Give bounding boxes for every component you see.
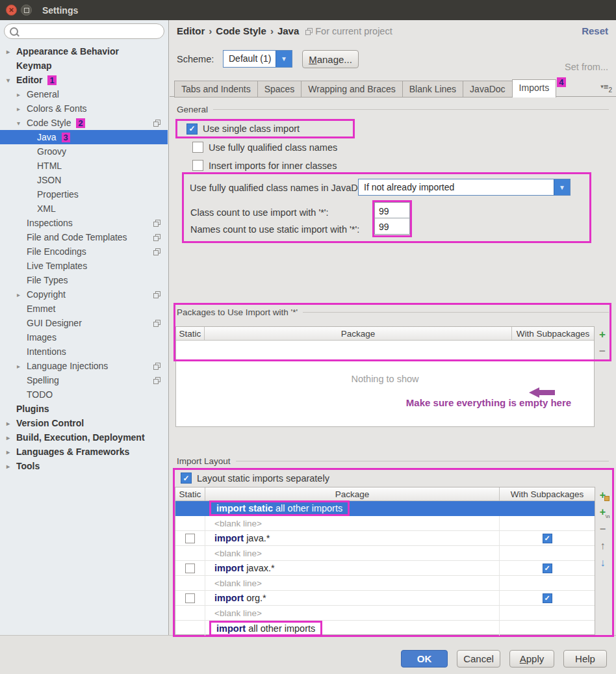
sidebar-item-spelling[interactable]: Spelling bbox=[0, 373, 168, 387]
column-with-subpackages[interactable]: With Subpackages bbox=[500, 487, 595, 500]
sidebar-item-editor[interactable]: ▾Editor1 bbox=[0, 73, 168, 87]
column-static[interactable]: Static bbox=[175, 487, 205, 500]
import-layout-row[interactable]: import static all other imports bbox=[175, 501, 595, 516]
sidebar-item-tools[interactable]: ▸Tools bbox=[0, 459, 168, 473]
chevron-down-icon[interactable]: ▾ bbox=[17, 120, 27, 127]
tab-javadoc[interactable]: JavaDoc bbox=[463, 81, 511, 97]
sidebar-item-general[interactable]: ▸General bbox=[0, 87, 168, 101]
use-single-class-import-row[interactable]: Use single class import bbox=[175, 119, 355, 138]
insert-imports-inner-checkbox[interactable] bbox=[192, 160, 203, 171]
layout-static-separately-checkbox[interactable] bbox=[181, 473, 192, 484]
breadcrumb-item-code-style[interactable]: Code Style bbox=[216, 25, 266, 36]
remove-icon[interactable]: − bbox=[596, 521, 610, 537]
sidebar-item-json[interactable]: JSON bbox=[0, 173, 168, 187]
chevron-down-icon[interactable]: ▾ bbox=[6, 77, 16, 84]
tab-blank-lines[interactable]: Blank Lines bbox=[402, 81, 463, 97]
chevron-right-icon[interactable]: ▸ bbox=[6, 420, 16, 427]
reset-link[interactable]: Reset bbox=[582, 25, 608, 36]
sidebar-item-copyright[interactable]: ▸Copyright bbox=[0, 287, 168, 302]
sidebar-item-java[interactable]: Java3 bbox=[0, 130, 168, 144]
insert-imports-inner-row[interactable]: Insert imports for inner classes bbox=[192, 160, 337, 171]
static-checkbox[interactable] bbox=[185, 593, 195, 603]
chevron-down-icon[interactable]: ▼ bbox=[554, 179, 570, 195]
with-subpackages-checkbox[interactable] bbox=[543, 564, 552, 573]
tab-tabs-and-indents[interactable]: Tabs and Indents bbox=[174, 81, 257, 97]
sidebar-item-code-style[interactable]: ▾Code Style2 bbox=[0, 116, 168, 130]
column-static[interactable]: Static bbox=[176, 327, 205, 340]
sidebar-item-html[interactable]: HTML bbox=[0, 159, 168, 173]
import-layout-row-blank[interactable]: <blank line> bbox=[175, 576, 595, 591]
sidebar-item-inspections[interactable]: Inspections bbox=[0, 216, 168, 230]
use-single-class-import-checkbox[interactable] bbox=[186, 123, 198, 135]
sidebar-item-version-control[interactable]: ▸Version Control bbox=[0, 416, 168, 430]
use-fully-qualified-row[interactable]: Use fully qualified class names bbox=[192, 142, 337, 153]
names-count-field[interactable] bbox=[374, 218, 410, 235]
column-with-subpackages[interactable]: With Subpackages bbox=[512, 327, 594, 340]
breadcrumb-item-java[interactable]: Java bbox=[277, 25, 299, 36]
sidebar-item-groovy[interactable]: Groovy bbox=[0, 144, 168, 159]
import-layout-row-blank[interactable]: <blank line> bbox=[175, 606, 595, 621]
sidebar-item-images[interactable]: Images bbox=[0, 330, 168, 344]
remove-icon[interactable]: − bbox=[596, 345, 609, 358]
sidebar-item-live-templates[interactable]: Live Templates bbox=[0, 259, 168, 273]
import-layout-row-blank[interactable]: <blank line> bbox=[175, 516, 595, 531]
chevron-right-icon[interactable]: ▸ bbox=[6, 48, 16, 55]
sidebar-item-properties[interactable]: Properties bbox=[0, 187, 168, 201]
import-layout-row[interactable]: import javax.* bbox=[175, 561, 595, 576]
sidebar-item-intentions[interactable]: Intentions bbox=[0, 344, 168, 359]
class-count-field[interactable] bbox=[374, 202, 410, 218]
sidebar-item-file-encodings[interactable]: File Encodings bbox=[0, 244, 168, 259]
sidebar-item-file-and-code-templates[interactable]: File and Code Templates bbox=[0, 230, 168, 244]
javadoc-select[interactable]: If not already imported ▼ bbox=[358, 179, 571, 196]
sidebar-item-file-types[interactable]: File Types bbox=[0, 273, 168, 287]
close-icon[interactable]: ✕ bbox=[6, 5, 17, 16]
chevron-right-icon[interactable]: ▸ bbox=[17, 91, 27, 98]
sidebar-item-build-execution-deployment[interactable]: ▸Build, Execution, Deployment bbox=[0, 430, 168, 445]
chevron-right-icon[interactable]: ▸ bbox=[6, 448, 16, 456]
tab-wrapping-and-braces[interactable]: Wrapping and Braces bbox=[301, 81, 402, 97]
sidebar-item-gui-designer[interactable]: GUI Designer bbox=[0, 316, 168, 330]
with-subpackages-checkbox[interactable] bbox=[543, 593, 552, 603]
breadcrumb-item-editor[interactable]: Editor bbox=[177, 25, 205, 36]
set-from-link[interactable]: Set from... bbox=[565, 62, 608, 72]
hidden-tabs-indicator[interactable]: ▾≡2 bbox=[600, 82, 612, 94]
chevron-right-icon[interactable]: ▸ bbox=[17, 291, 27, 298]
sidebar-item-todo[interactable]: TODO bbox=[0, 387, 168, 402]
scheme-select[interactable]: Default (1) ▼ bbox=[223, 50, 292, 68]
tab-spaces[interactable]: Spaces bbox=[257, 81, 302, 97]
import-layout-row[interactable]: import org.* bbox=[175, 591, 595, 606]
static-checkbox[interactable] bbox=[185, 564, 195, 573]
chevron-right-icon[interactable]: ▸ bbox=[17, 105, 27, 112]
sidebar-item-language-injections[interactable]: ▸Language Injections bbox=[0, 359, 168, 373]
chevron-right-icon[interactable]: ▸ bbox=[6, 434, 16, 441]
chevron-right-icon[interactable]: ▸ bbox=[17, 363, 27, 370]
add-blank-line-icon[interactable]: +\n bbox=[596, 504, 610, 520]
sidebar-item-appearance-behavior[interactable]: ▸Appearance & Behavior bbox=[0, 44, 168, 58]
import-layout-row[interactable]: import java.* bbox=[175, 531, 595, 546]
add-package-icon[interactable]: + bbox=[596, 487, 610, 503]
sidebar-item-xml[interactable]: XML bbox=[0, 201, 168, 216]
import-layout-row[interactable]: import all other imports bbox=[175, 621, 595, 636]
sidebar-item-keymap[interactable]: Keymap bbox=[0, 58, 168, 73]
chevron-down-icon[interactable]: ▼ bbox=[276, 51, 292, 67]
layout-static-separately-row[interactable]: Layout static imports separately bbox=[181, 473, 329, 484]
tab-imports[interactable]: Imports bbox=[512, 79, 557, 97]
manage-button[interactable]: Manage... bbox=[302, 50, 359, 68]
sidebar-item-emmet[interactable]: Emmet bbox=[0, 302, 168, 316]
with-subpackages-checkbox[interactable] bbox=[543, 534, 552, 543]
column-package[interactable]: Package bbox=[205, 327, 512, 340]
move-up-icon[interactable]: ↑ bbox=[596, 538, 610, 554]
sidebar-item-languages-frameworks[interactable]: ▸Languages & Frameworks bbox=[0, 445, 168, 459]
chevron-right-icon[interactable]: ▸ bbox=[6, 463, 16, 470]
sidebar-item-plugins[interactable]: Plugins bbox=[0, 402, 168, 416]
move-down-icon[interactable]: ↓ bbox=[596, 555, 610, 571]
sidebar-item-colors-fonts[interactable]: ▸Colors & Fonts bbox=[0, 101, 168, 116]
per-project-icon bbox=[153, 120, 160, 126]
column-package[interactable]: Package bbox=[205, 487, 500, 500]
use-fully-qualified-checkbox[interactable] bbox=[192, 142, 203, 153]
static-checkbox[interactable] bbox=[185, 534, 195, 543]
import-layout-row-blank[interactable]: <blank line> bbox=[175, 546, 595, 561]
maximize-icon[interactable] bbox=[21, 5, 32, 16]
search-input[interactable] bbox=[4, 23, 164, 39]
add-icon[interactable]: + bbox=[596, 328, 609, 341]
